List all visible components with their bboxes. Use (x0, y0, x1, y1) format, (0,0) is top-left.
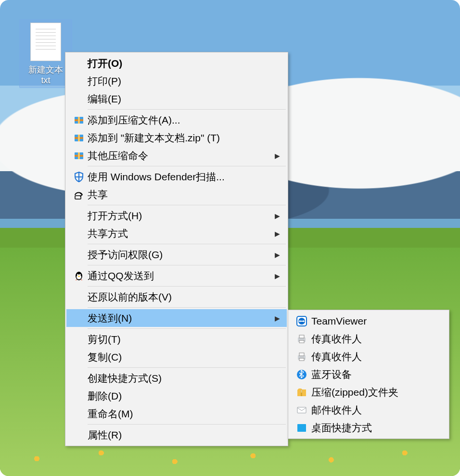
menu-open-with[interactable]: 打开方式(H) ▶ (66, 207, 287, 225)
share-icon (70, 189, 88, 200)
submenu-arrow-icon: ▶ (275, 314, 280, 322)
menu-delete[interactable]: 删除(D) (66, 387, 287, 405)
zip-folder-icon (292, 387, 311, 398)
menu-other-zip[interactable]: 其他压缩命令 ▶ (66, 147, 287, 164)
sendto-fax2[interactable]: 传真收件人 (289, 348, 448, 365)
separator (88, 109, 286, 110)
sendto-zip[interactable]: 压缩(zipped)文件夹 (289, 383, 448, 401)
submenu-arrow-icon: ▶ (275, 152, 280, 160)
svg-rect-26 (301, 390, 302, 390)
svg-rect-19 (299, 335, 304, 338)
menu-properties[interactable]: 属性(R) (66, 426, 287, 444)
menu-shortcut[interactable]: 创建快捷方式(S) (66, 369, 287, 387)
fax-icon (292, 333, 311, 345)
shield-icon (70, 171, 88, 183)
file-label-line2: txt (22, 75, 70, 86)
submenu-arrow-icon: ▶ (275, 230, 280, 238)
menu-restore-prev[interactable]: 还原以前的版本(V) (66, 288, 287, 306)
menu-cut[interactable]: 剪切(T) (66, 330, 287, 348)
menu-rename[interactable]: 重命名(M) (66, 405, 287, 423)
send-to-submenu: TeamViewer 传真收件人 传真收件人 蓝牙设备 压缩(zipped)文件… (288, 310, 449, 439)
svg-rect-25 (301, 389, 302, 396)
svg-point-11 (77, 275, 81, 279)
menu-qq-send[interactable]: 通过QQ发送到 ▶ (66, 267, 287, 285)
sendto-bluetooth[interactable]: 蓝牙设备 (289, 365, 448, 383)
submenu-arrow-icon: ▶ (275, 272, 280, 280)
archive-icon (70, 132, 88, 144)
menu-copy[interactable]: 复制(C) (66, 348, 287, 366)
separator (88, 367, 286, 368)
separator (88, 307, 286, 308)
menu-grant-access[interactable]: 授予访问权限(G) ▶ (66, 246, 287, 263)
separator (88, 244, 286, 244)
separator (88, 265, 286, 265)
svg-rect-23 (299, 358, 304, 361)
menu-send-to[interactable]: 发送到(N) ▶ (66, 309, 287, 327)
menu-share-with[interactable]: 共享方式 ▶ (66, 225, 287, 242)
archive-icon (70, 114, 88, 126)
svg-rect-17 (300, 321, 303, 322)
separator (88, 328, 286, 329)
menu-add-archive[interactable]: 添加到压缩文件(A)... (66, 111, 287, 129)
sendto-mail[interactable]: 邮件收件人 (289, 401, 448, 419)
svg-rect-5 (78, 135, 80, 141)
separator (88, 166, 286, 166)
svg-point-12 (77, 274, 78, 275)
archive-icon (70, 150, 88, 162)
svg-rect-30 (297, 424, 306, 432)
fax-icon (292, 351, 311, 363)
sendto-desktop-link[interactable]: 桌面快捷方式 (289, 419, 448, 437)
file-label-line1: 新建文本 (22, 64, 70, 75)
svg-rect-28 (301, 392, 302, 392)
submenu-arrow-icon: ▶ (275, 251, 280, 259)
svg-rect-29 (297, 407, 306, 413)
submenu-arrow-icon: ▶ (275, 212, 280, 220)
svg-point-14 (78, 276, 80, 276)
sendto-teamviewer[interactable]: TeamViewer (289, 312, 448, 330)
desktop-icon (292, 422, 311, 434)
svg-rect-20 (299, 340, 304, 343)
desktop-file-icon[interactable]: 新建文本 txt (19, 19, 72, 88)
separator (88, 286, 286, 287)
mail-icon (292, 404, 311, 416)
svg-point-13 (79, 274, 81, 275)
svg-rect-2 (78, 117, 80, 124)
svg-rect-8 (78, 152, 80, 159)
menu-defender[interactable]: 使用 Windows Defender扫描... (66, 168, 287, 186)
menu-print[interactable]: 打印(P) (66, 72, 287, 90)
menu-edit[interactable]: 编辑(E) (66, 90, 287, 108)
bluetooth-icon (292, 369, 311, 380)
qq-icon (70, 270, 88, 282)
separator (88, 424, 286, 425)
menu-add-zip[interactable]: 添加到 "新建文本文档.zip" (T) (66, 129, 287, 147)
svg-rect-27 (301, 391, 302, 391)
menu-open[interactable]: 打开(O) (66, 54, 287, 72)
txt-file-icon (30, 23, 61, 61)
svg-rect-22 (299, 353, 304, 356)
separator (88, 205, 286, 205)
sendto-fax1[interactable]: 传真收件人 (289, 330, 448, 348)
teamviewer-icon (292, 315, 311, 327)
context-menu: 打开(O) 打印(P) 编辑(E) 添加到压缩文件(A)... 添加到 "新建文… (65, 52, 288, 446)
menu-share[interactable]: 共享 (66, 186, 287, 203)
